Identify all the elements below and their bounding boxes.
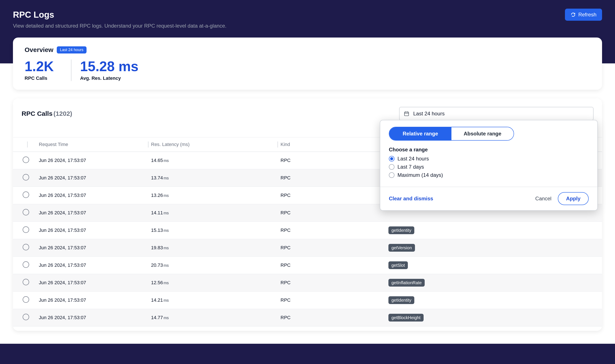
cell-method: getVersion bbox=[388, 239, 602, 257]
radio-icon bbox=[389, 164, 394, 170]
cell-latency: 15.13ms bbox=[151, 222, 281, 239]
column-latency[interactable]: Res. Latency (ms) bbox=[151, 137, 281, 152]
cell-request-time: Jun 26 2024, 17:53:07 bbox=[30, 187, 151, 204]
apply-button[interactable]: Apply bbox=[558, 192, 589, 205]
calls-count: (1202) bbox=[53, 110, 72, 117]
cell-latency: 13.74ms bbox=[151, 169, 281, 187]
metric-latency: 15.28 ms Avg. Res. Latency bbox=[71, 60, 156, 81]
range-option[interactable]: Last 7 days bbox=[389, 164, 589, 170]
overview-card: Overview Last 24 hours 1.2K RPC Calls 15… bbox=[13, 38, 602, 90]
radio-icon bbox=[389, 156, 394, 161]
expand-row-button[interactable] bbox=[23, 261, 29, 268]
calendar-icon bbox=[404, 111, 409, 117]
range-option-label: Maximum (14 days) bbox=[398, 172, 443, 178]
cell-request-time: Jun 26 2024, 17:53:07 bbox=[30, 239, 151, 257]
range-option[interactable]: Maximum (14 days) bbox=[389, 172, 589, 178]
cell-method: getBlockHeight bbox=[388, 309, 602, 326]
radio-icon bbox=[389, 172, 394, 178]
range-option-label: Last 7 days bbox=[398, 164, 424, 170]
cell-latency: 20.73ms bbox=[151, 257, 281, 274]
expand-row-button[interactable] bbox=[23, 209, 29, 215]
cell-kind: RPC bbox=[281, 309, 388, 326]
expand-row-button[interactable] bbox=[23, 226, 29, 233]
calls-title: RPC Calls bbox=[22, 110, 53, 117]
rpc-calls-card: RPC Calls (1202) Last 24 hours ‹ 1 › Req… bbox=[13, 98, 602, 331]
expand-row-button[interactable] bbox=[23, 279, 29, 285]
method-pill: getIdentity bbox=[388, 226, 414, 234]
cell-kind: RPC bbox=[281, 222, 388, 239]
overview-range-badge: Last 24 hours bbox=[57, 46, 86, 53]
choose-range-label: Choose a range bbox=[389, 147, 589, 153]
metric-label: Avg. Res. Latency bbox=[80, 76, 138, 81]
tab-absolute-range[interactable]: Absolute range bbox=[451, 127, 514, 140]
date-range-popover: Relative range Absolute range Choose a r… bbox=[380, 120, 598, 211]
cell-kind: RPC bbox=[281, 239, 388, 257]
cell-kind: RPC bbox=[281, 274, 388, 292]
method-pill: getVersion bbox=[388, 244, 415, 252]
cell-kind: RPC bbox=[281, 257, 388, 274]
metric-rpc-calls: 1.2K RPC Calls bbox=[25, 60, 71, 81]
cell-request-time: Jun 26 2024, 17:53:07 bbox=[30, 204, 151, 222]
refresh-button[interactable]: Refresh bbox=[565, 9, 602, 21]
expand-row-button[interactable] bbox=[23, 156, 29, 163]
cell-latency: 13.26ms bbox=[151, 187, 281, 204]
svg-rect-0 bbox=[404, 112, 409, 116]
cell-kind: RPC bbox=[281, 204, 388, 222]
column-request-time[interactable]: Request Time bbox=[30, 137, 151, 152]
date-range-text: Last 24 hours bbox=[413, 111, 444, 117]
metric-value: 15.28 ms bbox=[80, 60, 138, 73]
cell-request-time: Jun 26 2024, 17:53:07 bbox=[30, 257, 151, 274]
method-pill: getIdentity bbox=[388, 296, 414, 304]
cancel-button[interactable]: Cancel bbox=[535, 195, 551, 202]
method-pill: getInflationRate bbox=[388, 279, 425, 286]
overview-title: Overview bbox=[25, 46, 53, 53]
cell-request-time: Jun 26 2024, 17:53:07 bbox=[30, 169, 151, 187]
metric-value: 1.2K bbox=[25, 60, 54, 73]
expand-row-button[interactable] bbox=[23, 314, 29, 320]
expand-row-button[interactable] bbox=[23, 244, 29, 250]
refresh-icon bbox=[571, 12, 576, 17]
method-pill: getBlockHeight bbox=[388, 314, 424, 322]
range-option[interactable]: Last 24 hours bbox=[389, 156, 589, 162]
table-row[interactable]: Jun 26 2024, 17:53:07 14.77ms RPC getBlo… bbox=[13, 309, 602, 326]
cell-request-time: Jun 26 2024, 17:53:07 bbox=[30, 274, 151, 292]
cell-latency: 14.11ms bbox=[151, 204, 281, 222]
cell-latency: 14.77ms bbox=[151, 309, 281, 326]
table-row[interactable]: Jun 26 2024, 17:53:07 12.56ms RPC getInf… bbox=[13, 274, 602, 292]
cell-request-time: Jun 26 2024, 17:53:07 bbox=[30, 292, 151, 309]
cell-request-time: Jun 26 2024, 17:53:07 bbox=[30, 222, 151, 239]
column-kind[interactable]: Kind bbox=[281, 137, 388, 152]
cell-latency: 14.21ms bbox=[151, 292, 281, 309]
page-subtitle: View detailed and structured RPC logs. U… bbox=[13, 23, 602, 29]
expand-row-button[interactable] bbox=[23, 296, 29, 303]
table-row[interactable]: Jun 26 2024, 17:53:07 19.83ms RPC getVer… bbox=[13, 239, 602, 257]
table-row[interactable]: Jun 26 2024, 17:53:07 15.13ms RPC getIde… bbox=[13, 222, 602, 239]
tab-relative-range[interactable]: Relative range bbox=[389, 127, 451, 140]
clear-dismiss-button[interactable]: Clear and dismiss bbox=[389, 195, 433, 202]
cell-request-time: Jun 26 2024, 17:53:07 bbox=[30, 309, 151, 326]
expand-row-button[interactable] bbox=[23, 192, 29, 198]
date-range-input[interactable]: Last 24 hours bbox=[399, 107, 593, 120]
cell-request-time: Jun 26 2024, 17:53:07 bbox=[30, 152, 151, 169]
cell-method: getSlot bbox=[388, 257, 602, 274]
cell-kind: RPC bbox=[281, 292, 388, 309]
cell-kind: RPC bbox=[281, 169, 388, 187]
cell-latency: 14.65ms bbox=[151, 152, 281, 169]
cell-method: getInflationRate bbox=[388, 274, 602, 292]
cell-latency: 12.56ms bbox=[151, 274, 281, 292]
method-pill: getSlot bbox=[388, 261, 408, 269]
cell-kind: RPC bbox=[281, 152, 388, 169]
range-type-segmented: Relative range Absolute range bbox=[389, 127, 514, 141]
cell-kind: RPC bbox=[281, 187, 388, 204]
refresh-label: Refresh bbox=[578, 12, 596, 18]
cell-method: getIdentity bbox=[388, 222, 602, 239]
cell-method: getIdentity bbox=[388, 292, 602, 309]
page-title: RPC Logs bbox=[13, 10, 54, 20]
table-row[interactable]: Jun 26 2024, 17:53:07 14.21ms RPC getIde… bbox=[13, 292, 602, 309]
range-option-label: Last 24 hours bbox=[398, 156, 429, 162]
metric-label: RPC Calls bbox=[25, 76, 54, 81]
expand-row-button[interactable] bbox=[23, 174, 29, 181]
cell-latency: 19.83ms bbox=[151, 239, 281, 257]
table-row[interactable]: Jun 26 2024, 17:53:07 20.73ms RPC getSlo… bbox=[13, 257, 602, 274]
